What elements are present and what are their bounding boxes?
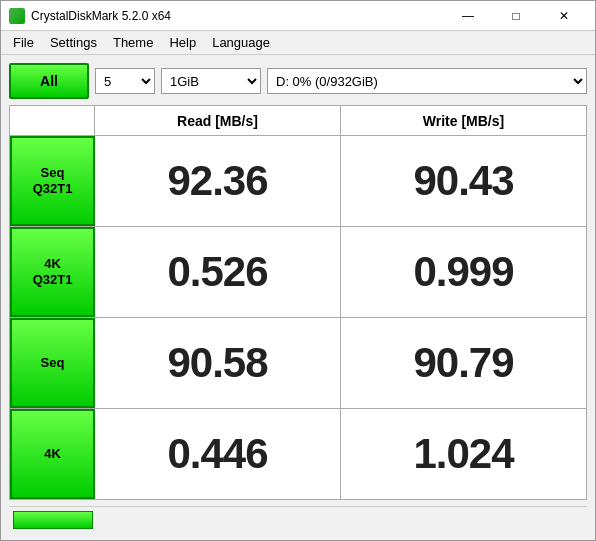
title-bar-text: CrystalDiskMark 5.2.0 x64 xyxy=(31,9,445,23)
bottom-bar xyxy=(9,506,587,532)
app-window: CrystalDiskMark 5.2.0 x64 — □ ✕ File Set… xyxy=(0,0,596,541)
row-label-seq: Seq xyxy=(10,318,95,408)
write-header: Write [MB/s] xyxy=(341,106,586,135)
read-header: Read [MB/s] xyxy=(95,106,341,135)
row-write-seq-q32t1: 90.43 xyxy=(341,136,586,226)
app-icon xyxy=(9,8,25,24)
controls-row: All 5 1 3 1GiB 512MiB 256MiB 2GiB 4GiB 8… xyxy=(9,63,587,99)
menu-help[interactable]: Help xyxy=(161,33,204,52)
row-write-4k-q32t1: 0.999 xyxy=(341,227,586,317)
menu-settings[interactable]: Settings xyxy=(42,33,105,52)
main-content: All 5 1 3 1GiB 512MiB 256MiB 2GiB 4GiB 8… xyxy=(1,55,595,540)
row-write-4k: 1.024 xyxy=(341,409,586,499)
row-label-4k-q32t1: 4KQ32T1 xyxy=(10,227,95,317)
row-read-seq-q32t1: 92.36 xyxy=(95,136,341,226)
bench-header: Read [MB/s] Write [MB/s] xyxy=(10,106,586,136)
all-button[interactable]: All xyxy=(9,63,89,99)
menu-bar: File Settings Theme Help Language xyxy=(1,31,595,55)
count-select[interactable]: 5 1 3 xyxy=(95,68,155,94)
minimize-button[interactable]: — xyxy=(445,5,491,27)
close-button[interactable]: ✕ xyxy=(541,5,587,27)
menu-theme[interactable]: Theme xyxy=(105,33,161,52)
row-read-seq: 90.58 xyxy=(95,318,341,408)
bench-row-seq: Seq 90.58 90.79 xyxy=(10,318,586,409)
bench-row-seq-q32t1: SeqQ32T1 92.36 90.43 xyxy=(10,136,586,227)
bench-row-4k-q32t1: 4KQ32T1 0.526 0.999 xyxy=(10,227,586,318)
menu-language[interactable]: Language xyxy=(204,33,278,52)
row-read-4k-q32t1: 0.526 xyxy=(95,227,341,317)
menu-file[interactable]: File xyxy=(5,33,42,52)
row-write-seq: 90.79 xyxy=(341,318,586,408)
size-select[interactable]: 1GiB 512MiB 256MiB 2GiB 4GiB 8GiB 16GiB … xyxy=(161,68,261,94)
row-label-seq-q32t1: SeqQ32T1 xyxy=(10,136,95,226)
drive-select[interactable]: D: 0% (0/932GiB) xyxy=(267,68,587,94)
label-col-header xyxy=(10,106,95,135)
bottom-indicator xyxy=(13,511,93,529)
row-read-4k: 0.446 xyxy=(95,409,341,499)
maximize-button[interactable]: □ xyxy=(493,5,539,27)
title-bar: CrystalDiskMark 5.2.0 x64 — □ ✕ xyxy=(1,1,595,31)
title-bar-controls: — □ ✕ xyxy=(445,5,587,27)
benchmark-table: Read [MB/s] Write [MB/s] SeqQ32T1 92.36 … xyxy=(9,105,587,500)
bench-row-4k: 4K 0.446 1.024 xyxy=(10,409,586,499)
row-label-4k: 4K xyxy=(10,409,95,499)
